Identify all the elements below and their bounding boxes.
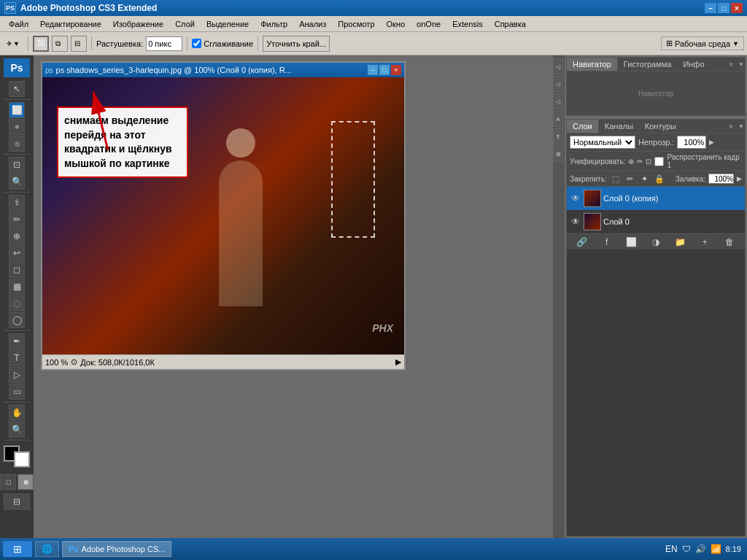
- start-button[interactable]: ⊞: [3, 541, 32, 557]
- eraser-tool[interactable]: ◻: [9, 262, 25, 278]
- tab-layers[interactable]: Слои: [567, 120, 599, 133]
- doc-maximize-button[interactable]: □: [379, 65, 390, 75]
- layer-row[interactable]: 👁 Слой 0 (копия): [567, 187, 745, 210]
- shape-tool[interactable]: ▭: [9, 384, 25, 400]
- doc-minimize-button[interactable]: –: [368, 65, 378, 75]
- layer-visibility-toggle[interactable]: 👁: [570, 192, 581, 204]
- text-tool[interactable]: T: [9, 350, 25, 366]
- healing-tool[interactable]: ⚕: [9, 195, 25, 211]
- menu-window[interactable]: Окно: [381, 18, 411, 30]
- link-layers-btn[interactable]: 🔗: [576, 236, 589, 248]
- lock-position[interactable]: ✦: [639, 173, 651, 184]
- color-boxes[interactable]: [4, 446, 30, 467]
- tab-histogram[interactable]: Гистограмма: [618, 58, 678, 71]
- unify-icon-2[interactable]: ✏: [637, 158, 643, 166]
- lock-image[interactable]: ✏: [624, 173, 636, 184]
- workspace-button[interactable]: ⊞ Рабочая среда ▼: [661, 36, 744, 50]
- fill-input[interactable]: [708, 174, 734, 184]
- screen-mode[interactable]: ⊟: [4, 494, 30, 510]
- gradient-tool[interactable]: ▦: [9, 279, 25, 295]
- marquee-tool[interactable]: ⬜: [9, 102, 25, 118]
- tab-paths[interactable]: Контуры: [639, 120, 682, 133]
- close-button[interactable]: ×: [731, 3, 743, 13]
- menu-help[interactable]: Справка: [489, 18, 532, 30]
- add-adjustment-btn[interactable]: ◑: [649, 236, 662, 248]
- panel-toggle-5[interactable]: ¶: [553, 128, 563, 144]
- antialiasing-label[interactable]: Сглаживание: [192, 39, 253, 48]
- tray-speaker[interactable]: 🔊: [695, 544, 706, 554]
- tool-options-btn[interactable]: ⌖ ▼: [3, 36, 23, 52]
- add-mask-btn[interactable]: ⬜: [624, 236, 638, 248]
- panel-toggle-6[interactable]: ⊞: [553, 146, 563, 162]
- opacity-dropdown[interactable]: ▶: [709, 139, 714, 146]
- new-from-current-btn[interactable]: ⧉: [52, 36, 68, 52]
- pen-tool[interactable]: ✒: [9, 333, 25, 349]
- menu-image[interactable]: Изображение: [107, 18, 169, 30]
- blur-tool[interactable]: ◌: [9, 295, 25, 311]
- lasso-tool[interactable]: ⌖: [9, 119, 25, 135]
- clone-tool[interactable]: ⊕: [9, 228, 25, 244]
- crop-tool[interactable]: ⊡: [9, 157, 25, 173]
- zoom-tool[interactable]: 🔍: [9, 421, 25, 438]
- dodge-tool[interactable]: ◯: [9, 312, 25, 328]
- intersect-btn[interactable]: ⊟: [71, 36, 87, 52]
- feather-input[interactable]: [146, 36, 182, 51]
- taskbar-photoshop-item[interactable]: Ps Adobe Photoshop CS...: [62, 541, 171, 557]
- refine-edge-button[interactable]: Уточнить край...: [263, 36, 330, 52]
- lock-all[interactable]: 🔒: [654, 173, 665, 184]
- blend-mode-select[interactable]: Нормальный: [570, 136, 635, 149]
- unify-icon-1[interactable]: ⊕: [628, 158, 634, 166]
- unify-icon-3[interactable]: ⊡: [646, 158, 651, 166]
- panel-toggle-3[interactable]: ◁: [553, 93, 563, 109]
- path-select-tool[interactable]: ▷: [9, 367, 25, 383]
- menu-edit[interactable]: Редактирование: [34, 18, 107, 30]
- fill-dropdown[interactable]: ▶: [737, 175, 742, 182]
- new-layer-btn[interactable]: +: [698, 236, 711, 248]
- menu-file[interactable]: Файл: [3, 18, 34, 30]
- layer-row[interactable]: 👁 Слой 0: [567, 210, 745, 233]
- taskbar-ie-icon[interactable]: 🌐: [35, 541, 59, 557]
- standard-mode[interactable]: ◻: [0, 474, 16, 490]
- maximize-button[interactable]: □: [718, 3, 729, 13]
- tray-lang[interactable]: EN: [665, 544, 678, 554]
- menu-extensis[interactable]: Extensis: [446, 18, 489, 30]
- tab-navigator[interactable]: Навигатор: [567, 58, 618, 71]
- panel-toggle-1[interactable]: ◁: [553, 58, 563, 74]
- tray-network[interactable]: 📶: [711, 544, 721, 554]
- minimize-button[interactable]: –: [705, 3, 716, 13]
- delete-layer-btn[interactable]: 🗑: [723, 236, 736, 248]
- move-tool[interactable]: ↖: [9, 81, 25, 97]
- menu-analysis[interactable]: Анализ: [293, 18, 332, 30]
- panel-toggle-4[interactable]: A: [553, 111, 563, 127]
- nav-panel-close[interactable]: ×: [726, 59, 736, 70]
- distribute-frame-check[interactable]: [654, 157, 664, 166]
- tab-channels[interactable]: Каналы: [599, 120, 639, 133]
- brush-tool[interactable]: ✏: [9, 211, 25, 228]
- layers-panel-close[interactable]: ×: [726, 121, 736, 132]
- background-color[interactable]: [14, 451, 30, 467]
- lock-transparent[interactable]: ⬚: [610, 173, 622, 184]
- tab-info[interactable]: Инфо: [677, 58, 710, 71]
- quick-mask[interactable]: ◼: [18, 474, 34, 490]
- antialiasing-checkbox[interactable]: [192, 39, 201, 48]
- panel-toggle-2[interactable]: ◁: [553, 76, 563, 92]
- menu-select[interactable]: Выделение: [201, 18, 255, 30]
- menu-onone[interactable]: onOne: [411, 18, 446, 30]
- layers-panel-collapse[interactable]: ▼: [738, 122, 745, 130]
- quick-select-tool[interactable]: ⌾: [9, 136, 25, 152]
- opacity-input[interactable]: [677, 136, 706, 149]
- menu-filter[interactable]: Фильтр: [255, 18, 293, 30]
- new-group-btn[interactable]: 📁: [674, 236, 687, 248]
- nav-panel-collapse[interactable]: ▼: [738, 61, 745, 68]
- rect-select-btn[interactable]: ⬜: [33, 36, 49, 52]
- history-brush[interactable]: ↩: [9, 245, 25, 261]
- layer-visibility-toggle[interactable]: 👁: [570, 216, 581, 228]
- eyedropper-tool[interactable]: 🔍: [9, 174, 25, 190]
- scroll-right-btn[interactable]: ▶: [395, 357, 401, 367]
- hand-tool[interactable]: ✋: [9, 405, 25, 421]
- menu-view[interactable]: Просмотр: [332, 18, 380, 30]
- add-style-btn[interactable]: f: [600, 236, 614, 248]
- doc-close-button[interactable]: ×: [391, 65, 401, 75]
- taskbar-time: 8:19: [726, 545, 741, 553]
- menu-layer[interactable]: Слой: [169, 18, 201, 30]
